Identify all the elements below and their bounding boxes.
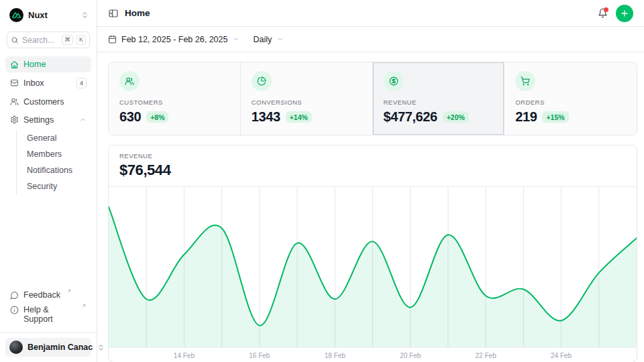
sidebar-item-notifications[interactable]: Notifications — [24, 162, 91, 178]
chevron-down-icon — [276, 36, 284, 43]
sidebar-collapse-icon[interactable] — [108, 8, 119, 19]
stat-card-orders[interactable]: ORDERS 219 +15% — [504, 62, 637, 135]
team-name: Nuxt — [28, 10, 76, 20]
sidebar-item-customers[interactable]: Customers — [5, 94, 91, 110]
user-menu[interactable]: Benjamin Canac — [5, 338, 91, 357]
sidebar-item-inbox[interactable]: Inbox 4 — [5, 74, 91, 92]
pie-chart-icon — [252, 71, 272, 91]
x-tick-label: 18 Feb — [320, 352, 350, 359]
sidebar-nav: Home Inbox 4 Customers Settings Ge — [5, 56, 91, 196]
revenue-chart-card: REVENUE $76,544 14 Feb16 Feb18 Feb20 Feb… — [108, 145, 637, 362]
dollar-circle-icon — [384, 71, 404, 91]
sidebar-item-general[interactable]: General — [24, 130, 91, 146]
external-link-icon — [66, 288, 72, 294]
kbd-cmd: ⌘ — [62, 35, 73, 45]
chart-plot-area[interactable] — [109, 187, 637, 347]
sidebar-item-security[interactable]: Security — [24, 178, 91, 194]
chevron-down-icon — [232, 36, 239, 43]
sidebar-item-members[interactable]: Members — [24, 146, 91, 162]
settings-submenu: General Members Notifications Security — [16, 130, 91, 194]
sidebar: Nuxt Search... ⌘ K Home Inbox 4 — [0, 0, 97, 362]
area-chart[interactable] — [109, 187, 637, 347]
search-placeholder: Search... — [22, 36, 58, 45]
chevron-updown-icon — [81, 11, 89, 19]
chart-header: REVENUE $76,544 — [109, 145, 637, 187]
sidebar-item-home[interactable]: Home — [5, 56, 91, 72]
search-input[interactable]: Search... ⌘ K — [7, 32, 90, 48]
sidebar-item-settings[interactable]: Settings — [5, 112, 91, 128]
gear-icon — [10, 115, 19, 124]
filter-toolbar: Feb 12, 2025 - Feb 26, 2025 Daily — [97, 27, 644, 52]
page-title: Home — [125, 8, 150, 18]
calendar-icon — [108, 35, 117, 44]
x-tick-label: 16 Feb — [245, 352, 274, 359]
x-tick-label: 20 Feb — [396, 352, 425, 359]
cart-icon — [515, 71, 535, 91]
stat-card-customers[interactable]: CUSTOMERS 630 +8% — [109, 62, 241, 135]
notifications-button[interactable] — [598, 8, 608, 18]
kbd-k: K — [76, 35, 86, 45]
x-tick-label: 14 Feb — [169, 352, 199, 359]
users-icon — [10, 97, 19, 106]
nuxt-logo-icon — [9, 8, 23, 22]
chat-bubble-icon — [10, 291, 19, 300]
avatar — [9, 341, 23, 354]
delta-badge: +20% — [443, 111, 469, 123]
inbox-icon — [10, 78, 19, 87]
external-link-icon — [81, 303, 87, 308]
stats-grid: CUSTOMERS 630 +8% CONVERSIONS 1343 +14% — [108, 62, 637, 135]
delta-badge: +8% — [146, 111, 168, 123]
stat-card-revenue[interactable]: REVENUE $477,626 +20% — [373, 62, 505, 135]
dashboard-content: CUSTOMERS 630 +8% CONVERSIONS 1343 +14% — [97, 52, 644, 362]
delta-badge: +14% — [286, 111, 312, 123]
x-tick-label: 24 Feb — [547, 352, 576, 359]
notification-dot — [604, 7, 608, 12]
chart-total-value: $76,544 — [119, 162, 626, 179]
page-header: Home — [97, 0, 644, 27]
add-button[interactable] — [616, 5, 633, 22]
date-range-picker[interactable]: Feb 12, 2025 - Feb 26, 2025 — [108, 35, 239, 44]
period-select[interactable]: Daily — [253, 35, 284, 44]
info-circle-icon — [10, 306, 19, 314]
help-support-link[interactable]: Help & Support — [5, 302, 91, 326]
inbox-count-badge: 4 — [76, 78, 87, 88]
stat-card-conversions[interactable]: CONVERSIONS 1343 +14% — [241, 62, 373, 135]
team-switcher[interactable]: Nuxt — [5, 5, 91, 25]
chart-x-axis: 14 Feb16 Feb18 Feb20 Feb22 Feb24 Feb — [109, 347, 637, 362]
home-icon — [10, 60, 19, 69]
x-tick-label: 22 Feb — [471, 352, 500, 359]
chart-title: REVENUE — [119, 152, 626, 160]
sidebar-divider — [0, 332, 97, 333]
delta-badge: +15% — [542, 111, 568, 123]
search-icon — [11, 36, 19, 44]
chevron-up-icon — [79, 116, 87, 123]
users-icon — [119, 71, 140, 91]
feedback-link[interactable]: Feedback — [5, 288, 91, 302]
main-area: Home Feb 12, 2025 - Feb 26, 2025 Daily — [97, 0, 644, 362]
user-name: Benjamin Canac — [28, 343, 93, 352]
